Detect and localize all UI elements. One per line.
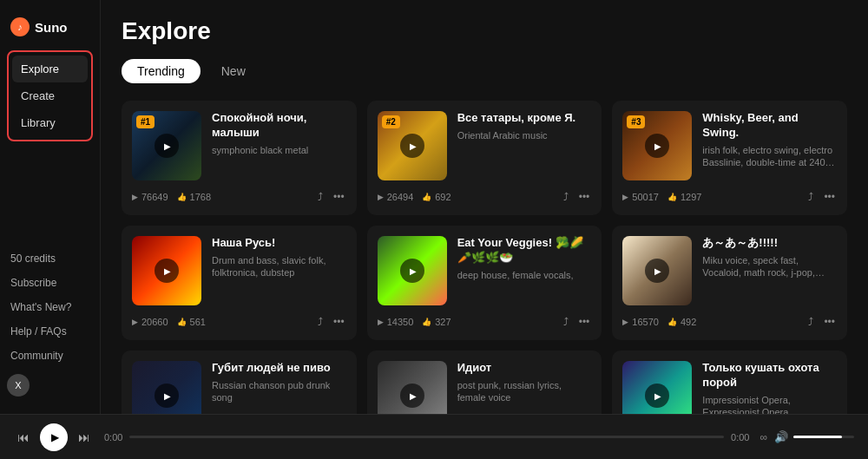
play-icon: ▶ xyxy=(132,193,138,201)
song-thumbnail[interactable] xyxy=(622,236,692,305)
play-count: ▶ 20660 xyxy=(132,317,168,327)
song-card: Только кушать охота порой Impressionist … xyxy=(612,351,847,414)
thumb-play-button[interactable] xyxy=(400,259,424,283)
rank-badge: #2 xyxy=(382,115,400,128)
sidebar-bottom: 50 credits Subscribe What's New? Help / … xyxy=(7,249,93,403)
play-count-value: 20660 xyxy=(141,317,168,327)
song-title: Whisky, Beer, and Swing. xyxy=(702,111,837,141)
song-card-top: Идиот post punk, russian lyrics, female … xyxy=(378,361,592,414)
sidebar-item-library[interactable]: Library xyxy=(12,109,88,136)
share-button[interactable]: ⤴ xyxy=(316,314,325,330)
sidebar-logo: ♪ Suno xyxy=(7,10,93,50)
tab-trending[interactable]: Trending xyxy=(122,59,201,83)
play-icon: ▶ xyxy=(132,318,138,326)
song-info: Идиот post punk, russian lyrics, female … xyxy=(457,361,592,414)
volume-fill xyxy=(793,436,842,438)
like-count: 👍 492 xyxy=(667,317,696,327)
page-title: Explore xyxy=(122,17,847,45)
sidebar-item-create[interactable]: Create xyxy=(12,82,88,109)
more-button[interactable]: ••• xyxy=(332,189,346,205)
song-genre: deep house, female vocals, xyxy=(457,269,592,281)
sidebar-item-explore[interactable]: Explore xyxy=(12,56,88,82)
progress-section: 0:00 0:00 xyxy=(104,432,749,443)
sidebar-link-community[interactable]: Community xyxy=(7,346,93,365)
thumb-play-button[interactable] xyxy=(155,259,179,283)
song-thumbnail[interactable] xyxy=(378,236,447,305)
song-genre: Oriental Arabic music xyxy=(457,129,592,141)
main-content: Explore Trending New #1 Спокойной ночи, … xyxy=(101,0,868,414)
sidebar-link-help[interactable]: Help / FAQs xyxy=(7,322,93,341)
play-count: ▶ 26494 xyxy=(378,192,414,202)
song-actions: ⤴ ••• xyxy=(562,189,592,205)
sidebar: ♪ Suno Explore Create Library 50 credits… xyxy=(0,0,101,414)
like-count-value: 561 xyxy=(190,317,206,327)
more-button[interactable]: ••• xyxy=(577,189,592,205)
share-button[interactable]: ⤴ xyxy=(806,189,815,205)
volume-icon[interactable]: 🔊 xyxy=(774,430,788,443)
progress-bar[interactable] xyxy=(129,436,724,438)
share-button[interactable]: ⤴ xyxy=(806,314,815,330)
play-count-value: 16570 xyxy=(632,317,659,327)
song-card-top: Eat Your Veggies! 🥦🌽🥕🌿🌿🥗 deep house, fem… xyxy=(378,236,592,305)
song-actions: ⤴ ••• xyxy=(316,189,346,205)
nav-section: Explore Create Library xyxy=(7,50,93,141)
song-thumbnail[interactable]: #2 xyxy=(378,111,447,180)
volume-bar[interactable] xyxy=(793,436,854,438)
like-count: 👍 327 xyxy=(422,317,450,327)
skip-forward-button[interactable]: ⏭ xyxy=(75,427,94,448)
credits-display: 50 credits xyxy=(7,249,93,268)
song-card-top: Губит людей не пиво Russian chanson pub … xyxy=(132,361,346,414)
share-button[interactable]: ⤴ xyxy=(562,189,570,205)
song-info: Спокойной ночи, малыши symphonic black m… xyxy=(212,111,346,180)
song-grid: #1 Спокойной ночи, малыши symphonic blac… xyxy=(122,101,847,414)
user-avatar[interactable]: X xyxy=(7,374,30,397)
song-info: Eat Your Veggies! 🥦🌽🥕🌿🌿🥗 deep house, fem… xyxy=(457,236,592,305)
tab-new[interactable]: New xyxy=(206,59,261,83)
sidebar-link-whatsnew[interactable]: What's New? xyxy=(7,298,93,317)
more-button[interactable]: ••• xyxy=(822,314,837,330)
play-count: ▶ 50017 xyxy=(622,192,659,202)
song-actions: ⤴ ••• xyxy=(316,314,346,330)
thumb-play-button[interactable] xyxy=(155,134,179,158)
like-count: 👍 1768 xyxy=(177,192,211,202)
song-info: Все татары, кроме Я. Oriental Arabic mus… xyxy=(457,111,592,180)
more-button[interactable]: ••• xyxy=(822,189,837,205)
song-thumbnail[interactable] xyxy=(378,361,447,414)
song-actions: ⤴ ••• xyxy=(806,314,837,330)
song-thumbnail[interactable]: #1 xyxy=(132,111,201,180)
play-count-value: 14350 xyxy=(387,317,414,327)
song-card-bottom: ▶ 50017 👍 1297 ⤴ ••• xyxy=(622,189,837,205)
bottom-player: ⏮ ⏭ 0:00 0:00 ∞ 🔊 xyxy=(0,414,868,459)
time-total: 0:00 xyxy=(731,432,749,443)
more-button[interactable]: ••• xyxy=(332,314,346,330)
like-icon: 👍 xyxy=(177,318,187,326)
play-count: ▶ 76649 xyxy=(132,192,168,202)
song-thumbnail[interactable] xyxy=(132,236,201,305)
thumb-play-button[interactable] xyxy=(400,384,424,408)
like-count-value: 1297 xyxy=(681,192,701,202)
song-genre: Miku voice, speck fast, Vocaloid, math r… xyxy=(702,254,837,279)
song-card-top: Только кушать охота порой Impressionist … xyxy=(622,361,837,414)
share-button[interactable]: ⤴ xyxy=(316,189,325,205)
more-button[interactable]: ••• xyxy=(577,314,592,330)
like-icon: 👍 xyxy=(422,193,431,201)
song-card-top: #1 Спокойной ночи, малыши symphonic blac… xyxy=(132,111,346,180)
play-icon: ▶ xyxy=(622,193,628,201)
share-button[interactable]: ⤴ xyxy=(562,314,570,330)
like-count: 👍 561 xyxy=(177,317,206,327)
player-right: ∞ 🔊 xyxy=(760,430,854,443)
like-icon: 👍 xyxy=(177,193,187,201)
thumb-play-button[interactable] xyxy=(400,134,424,158)
song-thumbnail[interactable] xyxy=(622,361,692,414)
play-icon: ▶ xyxy=(622,318,628,326)
song-thumbnail[interactable]: #3 xyxy=(622,111,692,180)
loop-icon[interactable]: ∞ xyxy=(760,431,767,443)
subscribe-button[interactable]: Subscribe xyxy=(7,273,93,292)
like-count: 👍 692 xyxy=(422,192,450,202)
song-thumbnail[interactable] xyxy=(132,361,201,414)
song-title: Только кушать охота порой xyxy=(702,361,837,390)
play-pause-button[interactable] xyxy=(40,423,68,451)
thumb-play-button[interactable] xyxy=(155,384,179,408)
skip-back-button[interactable]: ⏮ xyxy=(14,427,33,448)
like-count: 👍 1297 xyxy=(667,192,701,202)
